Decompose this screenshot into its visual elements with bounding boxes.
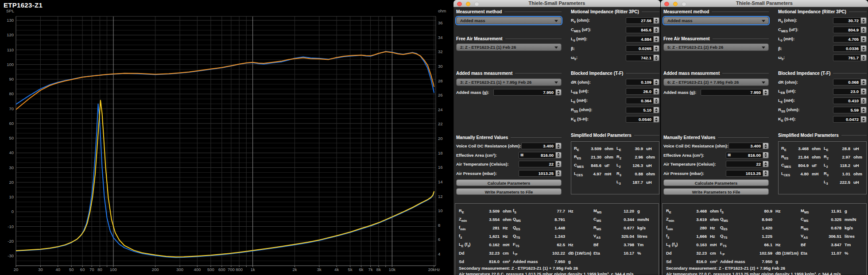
motional-field-2-box[interactable]: 4.705 [833,36,861,43]
manual-field-0[interactable]: 3.400 [521,143,562,149]
measurement-method-dropdown[interactable]: Added mass [663,17,769,24]
manual-field-3-box[interactable]: 1013.25 [726,170,763,177]
manual-field-1-stepper[interactable] [763,152,769,159]
manual-field-3-box[interactable]: 1013.25 [519,170,556,177]
blocked-field-2-box[interactable]: 0.364 [626,97,654,104]
calculate-parameters-button[interactable]: Calculate Parameters [456,179,562,186]
blocked-field-4-stepper[interactable] [654,116,659,123]
motional-field-3-box[interactable]: 0.0336 [833,45,861,52]
motional-field-4[interactable]: 761.7 [833,54,867,61]
manual-field-1-box[interactable]: ▦816.00 [519,152,556,159]
write-parameters-button[interactable]: Write Parameters to File [456,188,562,195]
blocked-field-1-stepper[interactable] [654,88,659,95]
blocked-field-2[interactable]: 0.364 [626,97,659,104]
blocked-field-3-box[interactable]: 5.10 [626,107,654,113]
blocked-field-4[interactable]: 0.0540 [626,116,659,123]
blocked-field-4-box[interactable]: 0.0540 [626,116,654,123]
motional-field-1-box[interactable]: 845.6 [626,27,654,33]
blocked-field-2-stepper[interactable] [654,97,659,104]
motional-field-1-stepper[interactable] [654,27,659,33]
manual-field-1-box[interactable]: ▦816.00 [726,152,763,159]
motional-field-2-stepper[interactable] [654,36,659,43]
blocked-field-2-stepper[interactable] [861,97,867,104]
blocked-field-3-stepper[interactable] [861,107,867,113]
manual-field-1[interactable]: ▦816.00 [726,152,769,159]
motional-field-4-stepper[interactable] [654,54,659,61]
manual-field-0-box[interactable]: 3.400 [521,143,556,149]
motional-field-1[interactable]: 845.6 [626,27,659,33]
added-mass-field[interactable]: 7.950 [701,89,769,96]
blocked-field-4[interactable]: 0.0472 [833,116,867,123]
blocked-field-0-stepper[interactable] [654,79,659,85]
manual-field-0-box[interactable]: 3.400 [728,143,763,149]
motional-field-4-box[interactable]: 742.1 [626,54,654,61]
motional-field-3-stepper[interactable] [861,45,867,52]
measurement-method-dropdown[interactable]: Added mass [456,17,562,24]
manual-field-2-box[interactable]: 22 [726,161,763,167]
manual-field-2-stepper[interactable] [556,161,562,167]
manual-field-0-stepper[interactable] [556,143,562,149]
added-mass-field-box[interactable]: 7.950 [701,89,763,96]
added-mass-field-stepper[interactable] [556,89,562,96]
window-titlebar[interactable]: Thiele-Small Parameters [453,0,660,7]
blocked-field-1-box[interactable]: 23.0 [833,88,861,95]
motional-field-3-stepper[interactable] [654,45,659,52]
manual-field-3-stepper[interactable] [556,170,562,177]
motional-field-0[interactable]: 30.72 [833,17,867,24]
free-air-measurement-dropdown[interactable]: 2: Z - ETP1623-Z1 (1) Feb 26 [456,43,562,51]
motional-field-2[interactable]: 4.705 [833,36,867,43]
blocked-field-1[interactable]: 26.0 [626,88,659,95]
blocked-field-0[interactable]: 0.109 [626,79,659,85]
added-mass-field[interactable]: 7.950 [493,89,562,96]
blocked-field-1[interactable]: 23.0 [833,88,867,95]
manual-field-1[interactable]: ▦816.00 [519,152,562,159]
manual-field-3[interactable]: 1013.25 [519,170,562,177]
blocked-field-1-box[interactable]: 26.0 [626,88,654,95]
blocked-field-3-box[interactable]: 5.59 [833,107,861,113]
blocked-field-3[interactable]: 5.59 [833,107,867,113]
free-air-measurement-dropdown[interactable]: 5: Z - ETP1623-Z1 (2) Feb 26 [663,43,769,51]
added-mass-field-box[interactable]: 7.950 [493,89,556,96]
manual-field-0-stepper[interactable] [763,143,769,149]
blocked-field-0[interactable]: 0.068 [833,79,867,85]
motional-field-3[interactable]: 0.0336 [833,45,867,52]
manual-field-2[interactable]: 22 [519,161,562,167]
manual-field-2[interactable]: 22 [726,161,769,167]
window-titlebar[interactable]: Thiele-Small Parameters [661,0,868,7]
manual-field-3[interactable]: 1013.25 [726,170,769,177]
added-mass-measurement-dropdown[interactable]: 3: Z - ETP1623-Z1 (1) + 7.95g Feb 26 [456,78,562,86]
calculate-parameters-button[interactable]: Calculate Parameters [663,179,769,186]
manual-field-2-box[interactable]: 22 [519,161,556,167]
write-parameters-button[interactable]: Write Parameters to File [663,188,769,195]
blocked-field-3-stepper[interactable] [654,107,659,113]
motional-field-0-stepper[interactable] [654,17,659,24]
blocked-field-0-box[interactable]: 0.109 [626,79,654,85]
motional-field-1-stepper[interactable] [861,27,867,33]
blocked-field-2-box[interactable]: 0.410 [833,97,861,104]
blocked-field-3[interactable]: 5.10 [626,107,659,113]
added-mass-measurement-dropdown[interactable]: 6: Z - ETP1623-Z1 (2) + 7.95g Feb 26 [663,78,769,86]
motional-field-2-stepper[interactable] [861,36,867,43]
motional-field-4[interactable]: 742.1 [626,54,659,61]
motional-field-2-box[interactable]: 4.884 [626,36,654,43]
motional-field-3-box[interactable]: 0.0265 [626,45,654,52]
manual-field-3-stepper[interactable] [763,170,769,177]
blocked-field-4-box[interactable]: 0.0472 [833,116,861,123]
motional-field-0-box[interactable]: 27.56 [626,17,654,24]
motional-field-1[interactable]: 804.9 [833,27,867,33]
manual-field-0[interactable]: 3.400 [728,143,769,149]
motional-field-4-box[interactable]: 761.7 [833,54,861,61]
manual-field-2-stepper[interactable] [763,161,769,167]
motional-field-0-box[interactable]: 30.72 [833,17,861,24]
blocked-field-0-stepper[interactable] [861,79,867,85]
added-mass-field-stepper[interactable] [763,89,769,96]
motional-field-0-stepper[interactable] [861,17,867,24]
blocked-field-4-stepper[interactable] [861,116,867,123]
motional-field-3[interactable]: 0.0265 [626,45,659,52]
motional-field-2[interactable]: 4.884 [626,36,659,43]
blocked-field-0-box[interactable]: 0.068 [833,79,861,85]
blocked-field-1-stepper[interactable] [861,88,867,95]
motional-field-1-box[interactable]: 804.9 [833,27,861,33]
motional-field-4-stepper[interactable] [861,54,867,61]
motional-field-0[interactable]: 27.56 [626,17,659,24]
